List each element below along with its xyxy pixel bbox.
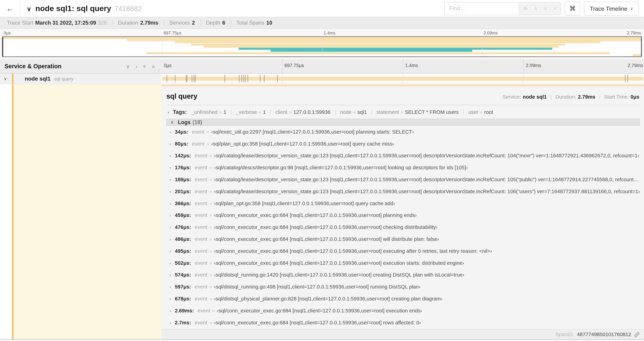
log-entry-row[interactable]: › 80μs: event = ‹sql/plan_opt.go:358 [ns… (170, 138, 640, 150)
log-entry-row[interactable]: › 189μs: event = ‹sql/catalog/lease/desc… (170, 173, 640, 185)
find-prev-icon[interactable]: ∧ (534, 5, 538, 12)
log-timestamp: 574μs: (175, 272, 191, 278)
grid-line (322, 37, 322, 56)
log-event-key: event (198, 307, 210, 313)
log-expand-chevron-icon[interactable]: › (170, 308, 171, 313)
minimap-canvas[interactable] (2, 36, 642, 57)
tag-item: user = root (468, 109, 493, 115)
back-button[interactable]: ← (0, 0, 20, 17)
detail-span-bar (161, 85, 644, 86)
logs-section-header[interactable]: ∨ Logs (18) (166, 119, 640, 126)
tag-separator: | (334, 109, 336, 115)
minimap-range-handle-right[interactable] (641, 36, 642, 57)
tag-separator: | (230, 109, 232, 115)
log-expand-chevron-icon[interactable]: › (170, 236, 171, 241)
log-entry-row[interactable]: › 597μs: event = ‹sql/distsql_running.go… (170, 281, 640, 293)
tag-key: statement (376, 109, 399, 115)
chevron-down-icon: ∨ (630, 6, 633, 11)
log-expand-chevron-icon[interactable]: › (170, 153, 171, 158)
equals-sign: = (212, 308, 215, 313)
collapse-all-icon[interactable]: » (142, 65, 148, 68)
tag-item: _unfinished = 1 (191, 109, 226, 115)
log-entry-row[interactable]: › 142μs: event = ‹sql/catalog/lease/desc… (170, 150, 640, 161)
tag-value: SELECT * FROM users (405, 109, 459, 115)
log-event-value: ‹sql/conn_executor_exec.go:684 [nsql1,cl… (214, 224, 438, 230)
equals-sign: = (209, 177, 212, 182)
span-collapse-chevron-icon[interactable]: ∨ (4, 76, 7, 82)
span-timeline-cell[interactable] (161, 74, 644, 84)
log-expand-chevron-icon[interactable]: › (170, 296, 171, 301)
log-entry-row[interactable]: › 2.69ms: event = ‹sql/conn_executor_exe… (170, 305, 640, 316)
find-input[interactable] (445, 2, 519, 15)
collapse-one-icon[interactable]: ∨ (126, 63, 130, 69)
find-next-icon[interactable]: ∨ (544, 5, 548, 12)
log-expand-chevron-icon[interactable]: › (170, 129, 171, 134)
equals-sign: = (209, 272, 212, 277)
log-entry-row[interactable]: › 366μs: event = ‹sql/plan_opt.go:358 [n… (170, 197, 640, 209)
log-entry-row[interactable]: › 201μs: event = ‹sql/catalog/lease/desc… (170, 185, 640, 197)
log-marker (192, 75, 192, 82)
tag-item: client = 127.0.0.1:59936 (276, 109, 330, 115)
log-expand-chevron-icon[interactable]: › (170, 260, 171, 265)
depth-label: Depth (206, 20, 220, 26)
log-marker (187, 75, 187, 82)
deep-link-icon[interactable] (634, 331, 640, 337)
log-event-key: event (192, 141, 205, 146)
log-entry-row[interactable]: › 678μs: event = ‹sql/distsql_physical_p… (170, 293, 640, 305)
log-entry-row[interactable]: › 574μs: event = ‹sql/distsql_running.go… (170, 269, 640, 281)
log-expand-chevron-icon[interactable]: › (170, 189, 171, 194)
ruler-tick-label: 0μs (161, 63, 172, 68)
ruler-tick-label: 2.79ms (625, 63, 644, 68)
equals-sign: = (209, 296, 212, 301)
trace-start-item: Trace Start March 31 2022, 17:25:09 .326 (2, 20, 112, 26)
log-entry-row[interactable]: › 486μs: event = ‹sql/conn_executor_exec… (170, 233, 640, 245)
keyboard-shortcuts-button[interactable]: ⌘ (565, 2, 580, 16)
minimap-span-bar (633, 54, 642, 56)
log-entry-row[interactable]: › 476μs: event = ‹sql/conn_executor_exec… (170, 221, 640, 233)
log-timestamp: 80μs: (175, 141, 188, 146)
column-resizer-handle[interactable]: ❘❘ (154, 68, 161, 72)
trace-view-selector[interactable]: Trace Timeline ∨ (584, 2, 639, 16)
log-entry-row[interactable]: › 2.7ms: event = ‹sql/conn_executor_exec… (170, 316, 640, 328)
log-expand-chevron-icon[interactable]: › (170, 201, 171, 206)
log-event-value: ‹sql/plan_opt.go:358 [nsql1,client=127.0… (211, 141, 394, 146)
log-expand-chevron-icon[interactable]: › (170, 165, 171, 170)
log-event-value: ‹sql/conn_executor_exec.go:684 [nsql1,cl… (217, 307, 422, 313)
log-marker (167, 75, 167, 82)
log-marker (628, 75, 628, 82)
timeline-ruler: 0μs697.75μs1.4ms2.09ms2.79ms (161, 59, 644, 73)
log-event-value: ‹sql/catalog/descs/descriptor.go:98 [nsq… (214, 165, 468, 170)
services-value: 2 (192, 20, 195, 26)
timeline-column-headers: Service & Operation ∨ › » » ❘❘ 0μs697.75… (0, 59, 644, 74)
log-expand-chevron-icon[interactable]: › (170, 177, 171, 182)
log-entry-row[interactable]: › 176μs: event = ‹sql/catalog/descs/desc… (170, 161, 640, 173)
span-id-label: SpanID: (556, 331, 574, 337)
span-detail-header: sql query Service: node sql1 | Duration:… (166, 90, 640, 105)
log-entry-row[interactable]: › 34μs: event = ‹sql/exec_util.go:2297 [… (170, 126, 640, 138)
span-row[interactable]: ∨ node sql1 sql query (0, 74, 644, 84)
log-timestamp: 189μs: (175, 177, 191, 182)
tags-row[interactable]: › Tags: _unfinished = 1 | _verbose = (166, 105, 640, 119)
tags-expand-chevron-icon[interactable]: › (168, 109, 169, 115)
log-expand-chevron-icon[interactable]: › (170, 284, 171, 289)
start-time-label: Start Time: (604, 94, 629, 100)
minimap-range-handle-left[interactable] (2, 36, 3, 57)
log-expand-chevron-icon[interactable]: › (170, 213, 171, 218)
log-expand-chevron-icon[interactable]: › (170, 248, 171, 253)
expand-one-icon[interactable]: › (136, 63, 137, 69)
log-event-value: ‹sql/exec_util.go:2297 [nsql1,client=127… (211, 129, 414, 135)
log-expand-chevron-icon[interactable]: › (170, 320, 171, 325)
log-event-value: ‹sql/conn_executor_exec.go:684 [nsql1,cl… (214, 248, 492, 254)
log-expand-chevron-icon[interactable]: › (170, 225, 171, 229)
find-clear-icon[interactable]: × (554, 6, 556, 11)
title-chevron-down-icon[interactable]: ∨ (27, 5, 31, 13)
minimap-span-bar (271, 50, 472, 52)
ruler-tick-label: 697.75μs (162, 31, 182, 35)
equals-sign: = (209, 189, 212, 194)
log-entry-row[interactable]: › 495μs: event = ‹sql/conn_executor_exec… (170, 245, 640, 257)
log-expand-chevron-icon[interactable]: › (170, 272, 171, 277)
log-entry-row[interactable]: › 502μs: event = ‹sql/conn_executor_exec… (170, 257, 640, 269)
log-expand-chevron-icon[interactable]: › (170, 141, 171, 146)
locate-icon[interactable]: ⊕ (523, 5, 528, 12)
log-entry-row[interactable]: › 459μs: event = ‹sql/conn_executor_exec… (170, 209, 640, 221)
